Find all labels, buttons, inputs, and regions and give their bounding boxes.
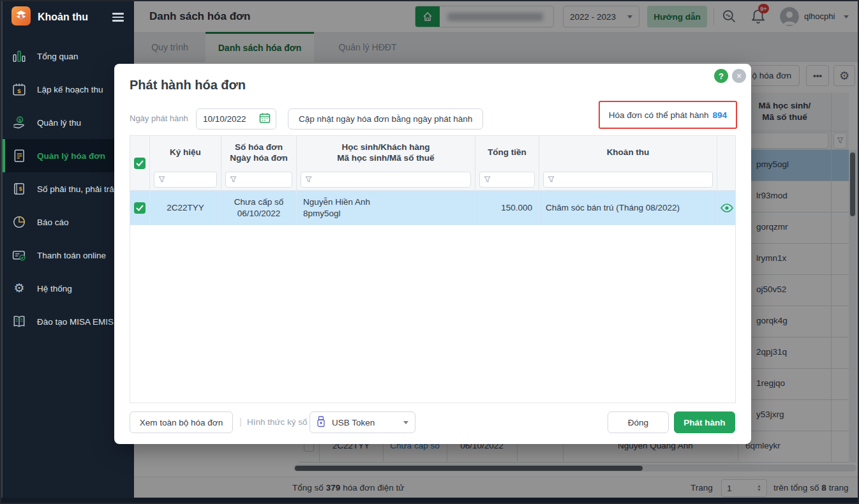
update-invoice-date-button[interactable]: Cập nhật ngày hóa đơn bằng ngày phát hàn… — [288, 108, 483, 130]
filter-input-tong-tien[interactable] — [479, 172, 535, 188]
close-icon[interactable]: × — [732, 69, 746, 83]
svg-text:$: $ — [19, 186, 22, 192]
calendar-icon[interactable] — [259, 112, 271, 126]
invoice-icon — [11, 148, 27, 163]
sidebar-item-label: Thanh toán online — [37, 251, 106, 260]
col-header-ky-hieu: Ký hiệu — [150, 136, 221, 168]
hand-coin-icon: $ — [11, 115, 27, 130]
filter-input-khoan-thu[interactable] — [543, 172, 713, 188]
cell-ma-hoc-sinh: 8pmy5ogl — [303, 208, 341, 219]
issue-date-value: 10/10/2022 — [203, 114, 246, 124]
svg-text:$: $ — [17, 87, 21, 94]
svg-text:$: $ — [19, 117, 22, 123]
menu-hamburger-icon[interactable] — [111, 10, 125, 25]
sidebar-item-label: Hệ thống — [37, 284, 72, 293]
issuable-label: Hóa đơn có thể phát hành — [609, 110, 709, 120]
gear-icon: ⚙ — [11, 281, 27, 296]
issue-date-label: Ngày phát hành — [130, 114, 188, 123]
row-checkbox[interactable] — [134, 202, 146, 214]
filter-input-so-hoa-don[interactable] — [225, 172, 292, 188]
ledger-icon: $ — [11, 181, 27, 196]
chevron-down-icon — [403, 421, 408, 424]
view-invoice-eye-icon[interactable] — [717, 191, 736, 225]
sign-method-value: USB Token — [332, 418, 375, 427]
table-header-row: Ký hiệu Số hóa đơn Ngày hóa đơn Học sinh… — [130, 136, 735, 191]
modal-invoice-table: Ký hiệu Số hóa đơn Ngày hóa đơn Học sinh… — [130, 135, 736, 403]
cell-tong-tien: 150.000 — [475, 191, 539, 225]
window-bottom-edge — [1, 498, 858, 503]
app-title: Khoản thu — [38, 11, 104, 23]
open-book-icon — [11, 314, 27, 329]
cell-ngay-hoa-don: 06/10/2022 — [237, 208, 281, 219]
sidebar-item-label: Quản lý hóa đơn — [37, 151, 105, 161]
cell-ky-hieu: 2C22TYY — [150, 191, 221, 225]
select-all-checkbox[interactable] — [134, 158, 146, 169]
modal-title: Phát hành hóa đơn — [130, 78, 246, 93]
close-button[interactable]: Đóng — [608, 411, 669, 433]
col-header-khoan-thu: Khoản thu — [539, 136, 717, 168]
sidebar-item-label: Quản lý thu — [37, 118, 81, 128]
issuable-count: 894 — [712, 110, 727, 120]
sidebar-item-label: Đào tạo MISA EMIS — [37, 317, 114, 327]
help-icon[interactable]: ? — [714, 69, 728, 83]
col-header-tong-tien: Tổng tiền — [475, 136, 539, 168]
app-window: Danh sách hóa đơn 2022 - 2023 Hướng dẫn … — [0, 0, 859, 504]
cell-hoc-sinh: Nguyễn Hiền Anh — [303, 196, 370, 208]
invoice-row[interactable]: 2C22TYY Chưa cấp số 06/10/2022 Nguyễn Hi… — [130, 191, 735, 225]
issue-invoice-modal: ? × Phát hành hóa đơn Ngày phát hành 10/… — [114, 64, 751, 444]
issue-date-input[interactable]: 10/10/2022 — [196, 108, 276, 130]
calendar-money-icon: $ — [11, 82, 27, 97]
issue-button[interactable]: Phát hành — [674, 411, 735, 433]
sign-method-label: Hình thức ký số — [247, 417, 308, 427]
modal-footer: Xem toàn bộ hóa đơn | Hình thức ký số US… — [114, 411, 751, 433]
pie-chart-icon — [11, 214, 27, 230]
card-icon — [11, 248, 27, 263]
sidebar-item-label: Báo cáo — [37, 218, 69, 227]
bar-chart-icon — [11, 48, 27, 64]
col-header-hoc-sinh: Học sinh/Khách hàng Mã học sinh/Mã số th… — [297, 136, 475, 168]
sidebar-item-label: Số phải thu, phải trả — [37, 184, 114, 194]
usb-token-icon — [317, 416, 325, 429]
cell-so-hoa-don: Chưa cấp số — [234, 196, 283, 208]
sidebar-item-label: Tổng quan — [37, 52, 78, 61]
col-header-so-hoa-don: Số hóa đơn Ngày hóa đơn — [221, 136, 296, 168]
filter-input-ky-hieu[interactable] — [154, 172, 217, 188]
cell-khoan-thu: Chăm sóc bán trú (Tháng 08/2022) — [539, 191, 717, 225]
app-logo: $ — [11, 6, 31, 28]
view-all-invoices-button[interactable]: Xem toàn bộ hóa đơn — [130, 411, 233, 433]
sidebar-item-label: Lập kế hoạch thu — [37, 85, 103, 94]
issuable-count-box: Hóa đơn có thể phát hành 894 — [599, 101, 737, 129]
filter-input-hoc-sinh[interactable] — [301, 172, 471, 188]
sign-method-select[interactable]: USB Token — [310, 411, 415, 433]
svg-text:$: $ — [19, 13, 22, 20]
divider: | — [239, 416, 242, 427]
